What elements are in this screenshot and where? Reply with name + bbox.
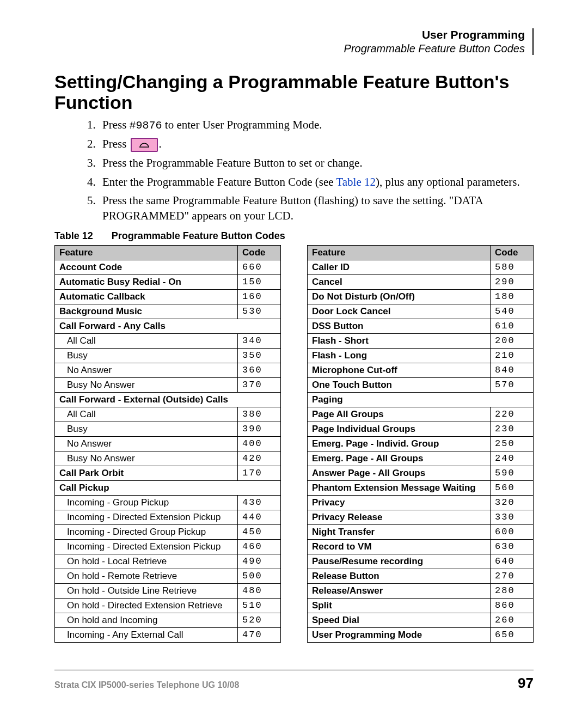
feature-cell: Privacy [308, 495, 491, 510]
table-row: Privacy Release330 [308, 510, 534, 524]
code-cell: 610 [491, 319, 534, 333]
footer-doc-title: Strata CIX IP5000-series Telephone UG 10… [54, 680, 239, 690]
feature-cell: Flash - Short [308, 333, 491, 348]
code-cell: 340 [238, 333, 281, 348]
table-row: Flash - Short200 [308, 333, 534, 348]
table-row: Call Forward - External (Outside) Calls [55, 392, 281, 407]
feature-cell: Split [308, 598, 491, 613]
feature-cell: Pause/Resume recording [308, 554, 491, 569]
table-row: No Answer360 [55, 363, 281, 377]
code-cell: 860 [491, 598, 534, 613]
table-row: User Programming Mode650 [308, 627, 534, 642]
code-cell: 270 [491, 569, 534, 583]
table-row: Door Lock Cancel540 [308, 304, 534, 319]
code-cell: 240 [491, 451, 534, 466]
code-cell: 200 [491, 333, 534, 348]
feature-cell: Paging [308, 392, 534, 407]
feature-cell: Incoming - Directed Group Pickup [55, 524, 238, 539]
code-cell: 380 [238, 407, 281, 422]
code-cell: 460 [238, 539, 281, 554]
feature-cell: Cancel [308, 274, 491, 289]
feature-cell: Incoming - Any External Call [55, 627, 238, 642]
feature-cell: Call Forward - Any Calls [55, 319, 281, 333]
table-12-link[interactable]: Table 12 [336, 175, 376, 188]
feature-cell: Call Pickup [55, 480, 281, 495]
feature-cell: On hold and Incoming [55, 613, 238, 627]
table-row: Incoming - Group Pickup430 [55, 495, 281, 510]
code-cell: 280 [491, 583, 534, 598]
feature-cell: Emerg. Page - Individ. Group [308, 436, 491, 451]
table-row: Incoming - Any External Call470 [55, 627, 281, 642]
code-cell: 350 [238, 348, 281, 363]
feature-cell: Door Lock Cancel [308, 304, 491, 319]
table-row: Microphone Cut-off840 [308, 363, 534, 377]
code-cell: 150 [238, 274, 281, 289]
table-row: Incoming - Directed Group Pickup450 [55, 524, 281, 539]
code-cell: 320 [491, 495, 534, 510]
code-cell: 480 [238, 583, 281, 598]
table-row: Call Park Orbit170 [55, 466, 281, 480]
code-cell: 530 [238, 304, 281, 319]
code-cell: 540 [491, 304, 534, 319]
table-row: Privacy320 [308, 495, 534, 510]
feature-cell: No Answer [55, 436, 238, 451]
table-row: One Touch Button570 [308, 377, 534, 392]
step-3: 3. Press the Programmable Feature Button… [87, 155, 534, 170]
code-cell: 440 [238, 510, 281, 524]
feature-cell: Privacy Release [308, 510, 491, 524]
code-cell: 570 [491, 377, 534, 392]
feature-cell: Incoming - Group Pickup [55, 495, 238, 510]
feature-cell: Incoming - Directed Extension Pickup [55, 510, 238, 524]
table-row: Split860 [308, 598, 534, 613]
table-row: Call Forward - Any Calls [55, 319, 281, 333]
code-cell: 160 [238, 289, 281, 304]
page-title: Setting/Changing a Programmable Feature … [54, 71, 534, 113]
table-row: Caller ID580 [308, 260, 534, 274]
feature-cell: Microphone Cut-off [308, 363, 491, 377]
feature-cell: Busy [55, 422, 238, 436]
table-row: Emerg. Page - Individ. Group250 [308, 436, 534, 451]
table-row: Page Individual Groups230 [308, 422, 534, 436]
page-number: 97 [518, 675, 534, 692]
code-cell: 210 [491, 348, 534, 363]
feature-cell: On hold - Local Retrieve [55, 554, 238, 569]
code-cell: 230 [491, 422, 534, 436]
code-cell: 400 [238, 436, 281, 451]
feature-cell: Page All Groups [308, 407, 491, 422]
code-cell: 840 [491, 363, 534, 377]
code-cell: 660 [238, 260, 281, 274]
code-cell: 450 [238, 524, 281, 539]
feature-cell: All Call [55, 407, 238, 422]
table-row: Busy350 [55, 348, 281, 363]
code-cell: 490 [238, 554, 281, 569]
feature-cell: DSS Button [308, 319, 491, 333]
code-cell: 520 [238, 613, 281, 627]
feature-cell: All Call [55, 333, 238, 348]
steps-list: 1. Press #9876 to enter User Programming… [87, 117, 534, 224]
code-cell: 640 [491, 554, 534, 569]
feature-cell: Do Not Disturb (On/Off) [308, 289, 491, 304]
feature-cell: Speed Dial [308, 613, 491, 627]
table-row: Incoming - Directed Extension Pickup460 [55, 539, 281, 554]
table-row: No Answer400 [55, 436, 281, 451]
feature-cell: Automatic Callback [55, 289, 238, 304]
feature-cell: Flash - Long [308, 348, 491, 363]
feature-cell: Busy No Answer [55, 451, 238, 466]
table-caption: Table 12Programmable Feature Button Code… [54, 230, 534, 242]
table-row: Background Music530 [55, 304, 281, 319]
code-cell: 470 [238, 627, 281, 642]
code-cell: 250 [491, 436, 534, 451]
header-section: User Programming [344, 28, 525, 41]
code-cell: 420 [238, 451, 281, 466]
code-cell: 330 [491, 510, 534, 524]
step-1: 1. Press #9876 to enter User Programming… [87, 117, 534, 133]
table-row: Automatic Busy Redial - On150 [55, 274, 281, 289]
code-cell: 560 [491, 480, 534, 495]
feature-cell: Call Park Orbit [55, 466, 238, 480]
table-row: Do Not Disturb (On/Off)180 [308, 289, 534, 304]
page-header: User Programming Programmable Feature Bu… [344, 28, 534, 55]
table-row: Record to VM630 [308, 539, 534, 554]
table-row: DSS Button610 [308, 319, 534, 333]
table-row: Busy No Answer370 [55, 377, 281, 392]
table-row: Cancel290 [308, 274, 534, 289]
